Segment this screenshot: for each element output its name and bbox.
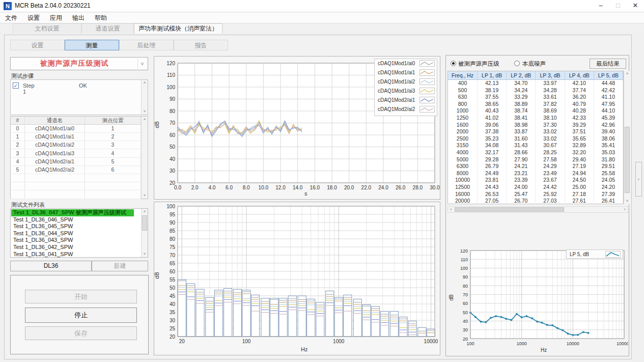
file-list-scrollbar[interactable]: ˄ ˅ (141, 209, 148, 257)
tab-0[interactable]: 文档设置 (13, 23, 81, 34)
tab-1[interactable]: 通道设置 (81, 23, 134, 34)
chevron-down-icon[interactable]: ˅ (137, 59, 147, 69)
column-header[interactable]: LP 1, dB (478, 71, 507, 80)
maximize-button[interactable]: □ (609, 0, 627, 12)
table-cell: 40.43 (478, 107, 507, 115)
table-cell[interactable]: 34.70 (507, 80, 536, 87)
scrollbar-thumb[interactable] (625, 127, 630, 193)
step-checkbox[interactable]: ✓ (13, 82, 19, 89)
legend-item[interactable]: cDAQ1Mod1/ai2 (375, 77, 437, 87)
legend-line-sample-icon (605, 251, 621, 258)
subtab-1[interactable]: 测量 (65, 40, 119, 50)
table-cell[interactable]: 33.97 (536, 80, 565, 87)
start-button[interactable]: 开始 (25, 290, 137, 303)
menu-item-0[interactable]: 文件 (0, 13, 22, 23)
device-name-button[interactable]: DL36 (10, 261, 92, 271)
table-cell[interactable]: 42.10 (565, 80, 594, 87)
column-header[interactable]: LP 2, dB (507, 71, 536, 80)
column-header[interactable]: LP 3, dB (536, 71, 565, 80)
scroll-up-icon[interactable]: ˄ (142, 80, 148, 86)
svg-text:10000: 10000 (567, 341, 579, 346)
scroll-right-icon[interactable]: › (622, 207, 628, 212)
subtab-0[interactable]: 设置 (10, 40, 65, 50)
legend-item[interactable]: cDAQ1Mod2/ai2 (375, 105, 437, 114)
menu-item-1[interactable]: 设置 (22, 13, 45, 23)
scroll-left-icon[interactable]: ‹ (448, 207, 454, 212)
table-cell[interactable]: 42.13 (478, 80, 507, 87)
legend-item[interactable]: cDAQ1Mod1/ai3 (375, 87, 437, 96)
menu-item-3[interactable]: 输出 (67, 13, 90, 23)
scroll-down-icon[interactable]: ˅ (624, 198, 630, 204)
list-item[interactable]: Test 1_DL36_041_SPW (11, 251, 134, 258)
subtab-2[interactable]: 后处理 (119, 40, 174, 50)
table-cell: 38.19 (478, 87, 507, 94)
legend-label: cDAQ1Mod2/ai1 (378, 97, 415, 103)
scroll-down-icon[interactable]: ˅ (142, 251, 148, 257)
table-cell: 23.49 (536, 170, 565, 177)
list-item[interactable]: Test 1_DL36_046_SPW (11, 216, 134, 224)
list-item[interactable]: Test 1_DL36_044_SPW (11, 230, 134, 237)
table-cell: 28.66 (507, 149, 536, 156)
steps-scrollbar[interactable]: ˄ ˅ (141, 80, 148, 115)
channel-table-scrollbar[interactable]: ˄ ˅ (141, 117, 148, 199)
column-header[interactable]: LP 5, dB (594, 71, 623, 80)
legend-item[interactable]: cDAQ1Mod2/ai1 (375, 96, 437, 105)
result-table-vscrollbar[interactable]: ˄ ˅ (624, 71, 630, 204)
background-noise-radio[interactable] (514, 61, 520, 66)
table-cell[interactable]: 400 (448, 80, 478, 87)
table-row[interactable] (11, 174, 141, 182)
new-file-button[interactable]: 新建 (92, 261, 148, 271)
minimize-button[interactable]: – (592, 0, 609, 12)
table-row[interactable]: 4cDAQ1Mod2/ai15 (11, 158, 141, 166)
legend-item[interactable]: cDAQ1Mod1/ai1 (375, 68, 437, 77)
close-button[interactable]: ✕ (627, 0, 644, 12)
scroll-down-icon[interactable]: ˅ (142, 108, 148, 115)
menu-item-2[interactable]: 应用 (45, 13, 67, 23)
tab-2[interactable]: 声功率测试模块（消声室法） (134, 23, 222, 34)
subtab-3[interactable]: 报告 (174, 40, 228, 50)
test-file-list[interactable]: ˄ ˅ Test 1_DL36_047_SPW 被测声源声压级测试Test 1_… (10, 208, 148, 258)
scroll-up-icon[interactable]: ˄ (624, 71, 630, 77)
table-row[interactable] (11, 191, 141, 199)
result-table-hscrollbar[interactable]: ‹ › (447, 206, 628, 213)
save-button[interactable]: 保存 (25, 326, 137, 340)
scroll-up-icon[interactable]: ˄ (142, 117, 148, 123)
table-row[interactable]: 1cDAQ1Mod1/ai12 (11, 133, 141, 141)
table-cell: 3150 (448, 142, 478, 149)
background-noise-radio-label: 本底噪声 (522, 60, 546, 68)
svg-text:30: 30 (170, 318, 176, 323)
scrollbar-thumb[interactable] (142, 215, 147, 231)
collapse-panel-handle[interactable]: ‹ (635, 162, 642, 197)
legend-item[interactable]: cDAQ1Mod1/ai0 (375, 59, 437, 68)
list-item[interactable]: Test 1_DL36_042_SPW (11, 244, 134, 251)
table-cell: 4000 (448, 149, 478, 156)
stop-button[interactable]: 停止 (25, 308, 137, 323)
table-cell: 1250 (448, 115, 478, 122)
table-cell: 37.55 (478, 94, 507, 101)
source-level-radio[interactable] (451, 61, 456, 66)
column-header[interactable]: LP 4, dB (565, 71, 594, 80)
scroll-up-icon[interactable]: ˄ (142, 209, 148, 215)
table-row[interactable]: 5cDAQ1Mod2/ai26 (11, 166, 141, 174)
final-result-button[interactable]: 最后结果 (590, 59, 626, 69)
column-header[interactable]: Freq., Hz (448, 71, 478, 80)
table-cell: 3 (11, 150, 25, 158)
list-item[interactable]: Test 1_DL36_045_SPW (11, 223, 134, 230)
table-row[interactable] (11, 182, 141, 190)
menu-item-4[interactable]: 帮助 (90, 13, 112, 23)
list-item[interactable]: Test 1_DL36_047_SPW 被测声源声压级测试 (11, 209, 134, 216)
svg-text:4.0: 4.0 (208, 185, 215, 190)
list-item[interactable]: Test 1_DL36_043_SPW (11, 237, 134, 244)
table-row[interactable]: 3cDAQ1Mod1/ai34 (11, 150, 141, 158)
legend-item[interactable]: LP 5, dB (567, 250, 623, 259)
table-row[interactable]: 2cDAQ1Mod1/ai23 (11, 141, 141, 149)
scroll-down-icon[interactable]: ˅ (142, 192, 148, 199)
table-cell[interactable]: 44.48 (594, 80, 623, 87)
table-cell: 23.21 (507, 170, 536, 177)
test-type-dropdown[interactable]: 被测声源声压级测试 ˅ (10, 57, 148, 70)
table-row[interactable]: 0cDAQ1Mod1/ai01 (11, 125, 141, 133)
table-cell: 25.00 (565, 184, 594, 191)
step-label: Step 1 (23, 82, 35, 95)
steps-list[interactable]: ✓ Step 1 OK ˄ ˅ (10, 79, 148, 115)
scrollbar-thumb[interactable] (455, 207, 564, 212)
